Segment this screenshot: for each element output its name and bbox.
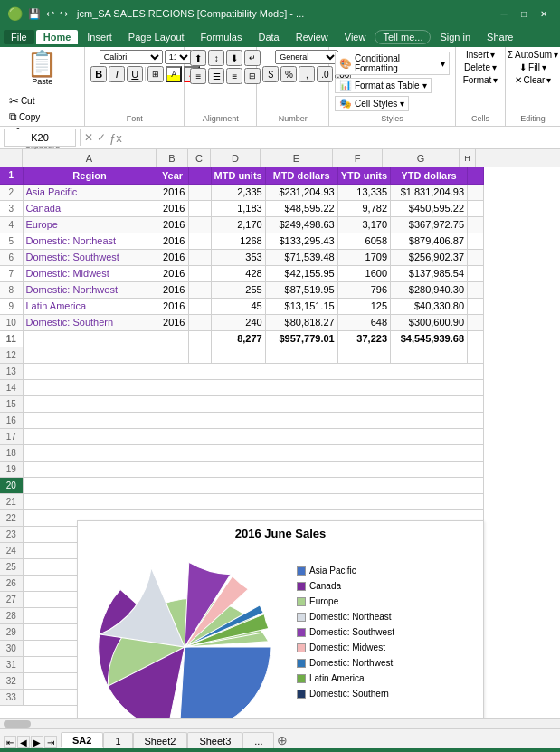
row-num-20[interactable]: 20 (0, 477, 23, 493)
cell-D8[interactable]: 255 (211, 281, 265, 298)
row-num[interactable]: 10 (0, 314, 23, 330)
delete-cells-btn[interactable]: Delete▾ (464, 62, 497, 72)
cell-E8[interactable]: $87,519.95 (265, 281, 337, 298)
quick-access-undo[interactable]: ↩ (46, 8, 54, 20)
minimize-btn[interactable]: ─ (495, 5, 513, 23)
menu-data[interactable]: Data (251, 30, 286, 44)
cell-C4[interactable] (188, 216, 211, 233)
cell-C8[interactable] (188, 281, 211, 298)
cell-F3[interactable]: 9,782 (337, 200, 390, 216)
bold-btn[interactable]: B (90, 66, 107, 82)
cell-D9[interactable]: 45 (211, 298, 265, 314)
col-header-G[interactable]: G (383, 149, 460, 167)
cell-A11[interactable] (23, 330, 157, 347)
cell-D6[interactable]: 353 (211, 249, 265, 265)
cell-G10[interactable]: $300,600.90 (391, 314, 468, 330)
tab-sa2[interactable]: SA2 (61, 732, 103, 748)
cell-D12[interactable] (211, 347, 265, 363)
col-header-D[interactable]: D (211, 149, 261, 167)
cell-E7[interactable]: $42,155.95 (265, 265, 337, 281)
maximize-btn[interactable]: □ (515, 5, 533, 23)
cell-B10[interactable]: 2016 (157, 314, 188, 330)
menu-review[interactable]: Review (289, 30, 336, 44)
cell-E9[interactable]: $13,151.15 (265, 298, 337, 314)
cell-G11[interactable]: $4,545,939.68 (391, 330, 468, 347)
cell-H11[interactable] (468, 330, 484, 347)
cell-B9[interactable]: 2016 (157, 298, 188, 314)
cell-E5[interactable]: $133,295.43 (265, 233, 337, 249)
cell-G5[interactable]: $879,406.87 (391, 233, 468, 249)
insert-cells-btn[interactable]: Insert▾ (466, 50, 495, 60)
cell-H2[interactable] (468, 184, 484, 200)
cell-D4[interactable]: 2,170 (211, 216, 265, 233)
row-num[interactable]: 13 (0, 363, 23, 379)
tab-more[interactable]: ... (242, 732, 274, 748)
font-family-select[interactable]: Calibri (100, 50, 163, 64)
cell-F6[interactable]: 1709 (337, 249, 390, 265)
cell-E6[interactable]: $71,539.48 (265, 249, 337, 265)
confirm-formula-btn[interactable]: ✓ (97, 131, 106, 144)
col-header-E[interactable]: E (261, 149, 333, 167)
cell-D3[interactable]: 1,183 (211, 200, 265, 216)
menu-view[interactable]: View (337, 30, 374, 44)
cell-G6[interactable]: $256,902.37 (391, 249, 468, 265)
cell-B11[interactable] (157, 330, 188, 347)
formula-input[interactable] (126, 129, 556, 147)
cell-F4[interactable]: 3,170 (337, 216, 390, 233)
cell-H8[interactable] (468, 281, 484, 298)
cell-C11[interactable] (188, 330, 211, 347)
cell-A6[interactable]: Domestic: Southwest (23, 249, 157, 265)
cell-A7[interactable]: Domestic: Midwest (23, 265, 157, 281)
cell-G12[interactable] (391, 347, 468, 363)
name-box[interactable] (4, 129, 76, 147)
cell-C6[interactable] (188, 249, 211, 265)
cell-C12[interactable] (188, 347, 211, 363)
cell-B3[interactable]: 2016 (157, 200, 188, 216)
cell-F11[interactable]: 37,223 (337, 330, 390, 347)
insert-function-btn[interactable]: ƒx (109, 131, 122, 145)
cell-C7[interactable] (188, 265, 211, 281)
cell-B6[interactable]: 2016 (157, 249, 188, 265)
cell-A3[interactable]: Canada (23, 200, 157, 216)
cell-H9[interactable] (468, 298, 484, 314)
cell-A1[interactable]: Region (23, 167, 157, 184)
cell-B5[interactable]: 2016 (157, 233, 188, 249)
align-center-btn[interactable]: ☰ (208, 68, 224, 84)
cell-B12[interactable] (157, 347, 188, 363)
row-num[interactable]: 7 (0, 265, 23, 281)
quick-access-save[interactable]: 💾 (28, 8, 41, 20)
cell-E12[interactable] (265, 347, 337, 363)
cell-F5[interactable]: 6058 (337, 233, 390, 249)
cell-E4[interactable]: $249,498.63 (265, 216, 337, 233)
cell-D2[interactable]: 2,335 (211, 184, 265, 200)
cell-C3[interactable] (188, 200, 211, 216)
conditional-formatting-btn[interactable]: 🎨 Conditional Formatting ▾ (335, 52, 450, 75)
underline-btn[interactable]: U (127, 66, 143, 82)
cell-B4[interactable]: 2016 (157, 216, 188, 233)
tab-nav-first[interactable]: ⇤ (4, 736, 16, 748)
cell-H12[interactable] (468, 347, 484, 363)
paste-btn[interactable]: 📋 Paste (23, 50, 62, 88)
cell-E1[interactable]: MTD dollars (265, 167, 337, 184)
col-header-F[interactable]: F (333, 149, 383, 167)
row-num[interactable]: 6 (0, 249, 23, 265)
cell-H7[interactable] (468, 265, 484, 281)
row-num[interactable]: 2 (0, 184, 23, 200)
menu-file[interactable]: File (4, 30, 34, 44)
cell-D5[interactable]: 1268 (211, 233, 265, 249)
row-num[interactable]: 11 (0, 330, 23, 347)
align-middle-btn[interactable]: ↕ (208, 50, 224, 66)
row-num[interactable]: 8 (0, 281, 23, 298)
cell-G2[interactable]: $1,831,204.93 (391, 184, 468, 200)
tab-nav-last[interactable]: ⇥ (44, 736, 57, 748)
cell-E2[interactable]: $231,204.93 (265, 184, 337, 200)
cell-A12[interactable] (23, 347, 157, 363)
cell-D1[interactable]: MTD units (211, 167, 265, 184)
cell-F1[interactable]: YTD units (337, 167, 390, 184)
copy-btn[interactable]: ⧉Copy (9, 110, 76, 123)
cell-A9[interactable]: Latin America (23, 298, 157, 314)
tab-nav-next[interactable]: ▶ (31, 736, 43, 748)
chart-area[interactable]: 2016 June Sales (77, 520, 484, 718)
cell-G9[interactable]: $40,330.80 (391, 298, 468, 314)
row-num[interactable]: 9 (0, 298, 23, 314)
